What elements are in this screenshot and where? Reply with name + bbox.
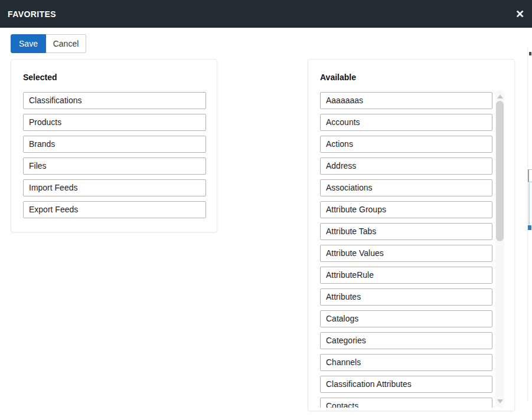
background-fragment bbox=[528, 225, 531, 230]
available-item[interactable]: Address bbox=[320, 158, 492, 175]
modal-title: FAVORITES bbox=[8, 9, 56, 19]
available-panel: Available AaaaaaasAccountsActionsAddress… bbox=[308, 59, 515, 411]
background-fragment bbox=[528, 169, 532, 182]
selected-item[interactable]: Files bbox=[23, 158, 206, 175]
available-item[interactable]: Aaaaaaas bbox=[320, 92, 492, 109]
scrollbar-thumb[interactable] bbox=[496, 101, 504, 241]
available-scrollbar[interactable] bbox=[495, 90, 504, 408]
available-item-list: AaaaaaasAccountsActionsAddressAssociatio… bbox=[320, 92, 492, 408]
background-page-sliver bbox=[527, 28, 532, 420]
selected-item[interactable]: Import Feeds bbox=[23, 179, 206, 196]
cancel-button[interactable]: Cancel bbox=[46, 34, 86, 53]
available-item[interactable]: Attribute Values bbox=[320, 245, 492, 262]
save-button[interactable]: Save bbox=[11, 34, 46, 53]
available-item[interactable]: Actions bbox=[320, 136, 492, 153]
selected-item[interactable]: Brands bbox=[23, 136, 206, 153]
background-fragment bbox=[528, 183, 530, 225]
available-item[interactable]: Attribute Groups bbox=[320, 201, 492, 218]
selected-panel-heading: Selected bbox=[23, 73, 205, 82]
available-item[interactable]: Categories bbox=[320, 332, 492, 349]
favorites-modal: FAVORITES ✕ Save Cancel Selected Classif… bbox=[0, 0, 532, 420]
available-item[interactable]: Accounts bbox=[320, 114, 492, 131]
selected-item[interactable]: Export Feeds bbox=[23, 201, 206, 218]
available-panel-heading: Available bbox=[320, 73, 503, 82]
available-item[interactable]: Catalogs bbox=[320, 310, 492, 327]
available-item[interactable]: Attributes bbox=[320, 288, 492, 306]
selected-panel: Selected ClassificationsProductsBrandsFi… bbox=[11, 59, 217, 232]
selected-item[interactable]: Classifications bbox=[23, 92, 206, 109]
scroll-up-arrow-icon[interactable] bbox=[495, 92, 504, 101]
available-item[interactable]: Attribute Tabs bbox=[320, 223, 492, 240]
modal-header: FAVORITES ✕ bbox=[0, 0, 532, 28]
scroll-down-arrow-icon[interactable] bbox=[495, 397, 504, 406]
available-item[interactable]: AttributeRule bbox=[320, 267, 492, 284]
available-item[interactable]: Channels bbox=[320, 354, 492, 371]
selected-item[interactable]: Products bbox=[23, 114, 206, 131]
background-fragment bbox=[529, 52, 531, 55]
available-item[interactable]: Associations bbox=[320, 179, 492, 196]
background-divider-line bbox=[527, 47, 528, 401]
selected-item-list: ClassificationsProductsBrandsFilesImport… bbox=[23, 92, 206, 218]
available-list-viewport: AaaaaaasAccountsActionsAddressAssociatio… bbox=[320, 90, 492, 408]
close-icon[interactable]: ✕ bbox=[515, 0, 524, 28]
available-item[interactable]: Classification Attributes bbox=[320, 376, 492, 393]
action-button-group: Save Cancel bbox=[11, 34, 86, 53]
available-item[interactable]: Contacts bbox=[320, 398, 492, 408]
